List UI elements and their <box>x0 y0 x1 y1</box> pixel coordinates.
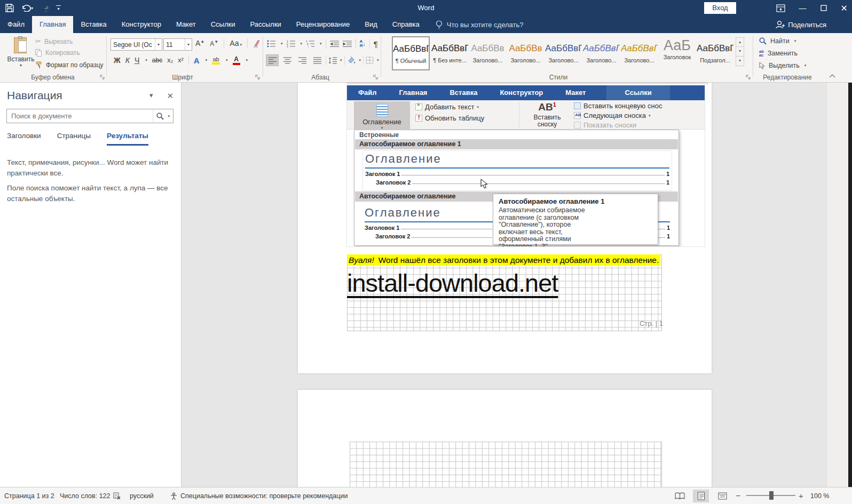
accessibility-icon[interactable] <box>170 492 178 500</box>
page-indicator[interactable]: Страница 1 из 2 <box>4 487 54 504</box>
style-title[interactable]: АаБЗаголовок <box>658 36 696 70</box>
minimize-button[interactable]: — <box>799 4 807 12</box>
redo-button[interactable] <box>41 4 49 12</box>
search-icon[interactable]: ▾ <box>153 109 173 123</box>
text-effects-caret-icon[interactable]: ▾ <box>206 58 208 62</box>
shading-caret-icon[interactable]: ▾ <box>359 58 361 62</box>
zoom-slider-thumb[interactable] <box>769 491 774 500</box>
nav-tab-headings[interactable]: Заголовки <box>7 132 41 146</box>
customize-qat-icon[interactable]: ▾ <box>56 5 61 11</box>
style-normal[interactable]: АаБбВвГ¶ Обычный <box>392 36 430 70</box>
highlight-caret-icon[interactable]: ▾ <box>226 58 228 62</box>
decrease-indent-button[interactable] <box>330 40 339 47</box>
search-options-caret-icon[interactable]: ▾ <box>168 114 170 118</box>
accessibility-status[interactable]: Специальные возможности: проверьте реком… <box>180 487 348 504</box>
document-search-box[interactable]: ▾ <box>6 109 173 123</box>
share-button[interactable]: Поделиться <box>775 16 826 33</box>
navigation-options-caret-icon[interactable]: ▾ <box>149 91 153 101</box>
font-name-combo[interactable]: Segoe UI (Ос ▾ <box>111 38 162 51</box>
select-caret-icon[interactable]: ▾ <box>804 63 807 68</box>
line-spacing-caret-icon[interactable]: ▾ <box>340 58 342 62</box>
tab-design[interactable]: Конструктор <box>114 16 169 33</box>
styles-more-icon[interactable]: ▼ <box>736 57 744 66</box>
style-heading2[interactable]: АаБбВвЗаголово... <box>507 36 545 70</box>
shrink-font-button[interactable]: А▼ <box>210 39 218 47</box>
subscript-button[interactable]: x₂ <box>167 57 173 64</box>
print-layout-button[interactable] <box>693 490 709 502</box>
style-subtitle[interactable]: АаБбВвГгПодзагол... <box>696 36 734 70</box>
select-button[interactable]: Выделить ▾ <box>759 62 806 69</box>
font-size-dropdown-icon[interactable]: ▾ <box>185 39 190 50</box>
tab-layout[interactable]: Макет <box>169 16 203 33</box>
shading-button[interactable] <box>347 57 356 64</box>
tab-review[interactable]: Рецензирование <box>289 16 357 33</box>
page-1[interactable]: Файл Главная Вставка Конструктор Макет С… <box>298 83 712 373</box>
style-heading3[interactable]: АаБбВвГЗаголово... <box>545 36 582 70</box>
text-effects-button[interactable]: А <box>194 56 200 65</box>
clipboard-dialog-launcher-icon[interactable] <box>99 74 105 80</box>
pilcrow-button[interactable]: ¶ <box>374 39 378 49</box>
find-button[interactable]: Найти ▾ <box>759 37 796 45</box>
numbering-caret-icon[interactable]: ▾ <box>301 42 303 46</box>
cut-button[interactable]: ✂ Вырезать <box>35 37 73 45</box>
navigation-close-icon[interactable]: ✕ <box>167 91 173 101</box>
search-input[interactable] <box>7 112 153 120</box>
ribbon-display-options-icon[interactable] <box>776 4 785 12</box>
find-caret-icon[interactable]: ▾ <box>794 39 796 43</box>
sort-button[interactable]: АЯ ↓ <box>360 39 366 48</box>
style-heading4[interactable]: АаБбВвГЗаголово... <box>582 36 620 70</box>
vertical-scrollbar[interactable] <box>826 83 848 487</box>
styles-scroll-up-icon[interactable]: ▲ <box>736 37 744 47</box>
numbering-button[interactable]: 123 <box>287 40 296 47</box>
tab-help[interactable]: Справка <box>385 16 427 33</box>
copy-button[interactable]: Копировать <box>35 49 80 57</box>
undo-button[interactable]: ▾ <box>21 4 33 12</box>
style-heading1[interactable]: АаБбВвЗаголово... <box>469 36 507 70</box>
page-2[interactable] <box>298 390 712 487</box>
borders-button[interactable] <box>366 57 374 64</box>
font-name-dropdown-icon[interactable]: ▾ <box>155 39 160 50</box>
multilevel-caret-icon[interactable]: ▾ <box>320 42 322 46</box>
web-layout-button[interactable] <box>714 490 730 502</box>
superscript-button[interactable]: x² <box>178 57 183 64</box>
paste-button[interactable]: Вставить ▾ <box>5 35 36 74</box>
strikethrough-button[interactable]: abc <box>152 57 162 64</box>
tab-view[interactable]: Вид <box>357 16 385 33</box>
style-heading5[interactable]: АаБбВвГ.Заголово... <box>620 36 658 70</box>
replace-button[interactable]: abac Заменить <box>759 50 798 57</box>
tab-home[interactable]: Главная <box>32 16 73 33</box>
multilevel-list-button[interactable]: 1ai <box>306 40 315 47</box>
font-color-caret-icon[interactable]: ▾ <box>246 58 248 62</box>
document-area[interactable]: Файл Главная Вставка Конструктор Макет С… <box>182 83 826 487</box>
align-right-button[interactable] <box>296 54 309 66</box>
save-icon[interactable] <box>5 4 14 12</box>
align-center-button[interactable] <box>281 54 294 66</box>
nav-tab-results[interactable]: Результаты <box>107 132 148 146</box>
tab-references[interactable]: Ссылки <box>203 16 243 33</box>
tab-file[interactable]: Файл <box>0 16 32 33</box>
clear-formatting-button[interactable] <box>253 39 262 47</box>
line-spacing-button[interactable] <box>328 57 337 64</box>
nav-tab-pages[interactable]: Страницы <box>57 132 91 146</box>
styles-scroll-down-icon[interactable]: ▼ <box>736 47 744 57</box>
bullets-caret-icon[interactable]: ▾ <box>281 42 283 46</box>
font-dialog-launcher-icon[interactable] <box>255 74 261 80</box>
signin-button[interactable]: Вход <box>704 2 736 14</box>
highlight-button[interactable]: ab <box>212 56 220 65</box>
close-button[interactable]: ✕ <box>841 3 848 13</box>
align-left-button[interactable] <box>266 54 279 66</box>
collapse-ribbon-icon[interactable] <box>829 74 836 78</box>
font-color-button[interactable]: А <box>233 55 240 65</box>
change-case-button[interactable]: Аа▾ <box>230 39 242 47</box>
language-indicator[interactable]: русский <box>130 487 154 504</box>
justify-button[interactable] <box>311 54 324 66</box>
bold-button[interactable]: Ж <box>114 56 121 65</box>
underline-caret-icon[interactable]: ▾ <box>145 58 147 62</box>
underline-button[interactable]: Ч <box>135 56 139 65</box>
style-no-spacing[interactable]: АаБбВвГ¶ Без инте... <box>431 36 469 70</box>
undo-caret-icon[interactable]: ▾ <box>31 6 33 11</box>
maximize-button[interactable] <box>821 5 827 11</box>
zoom-level[interactable]: 100 % <box>810 487 829 504</box>
bullets-button[interactable] <box>267 40 276 47</box>
paragraph-dialog-launcher-icon[interactable] <box>373 74 378 80</box>
